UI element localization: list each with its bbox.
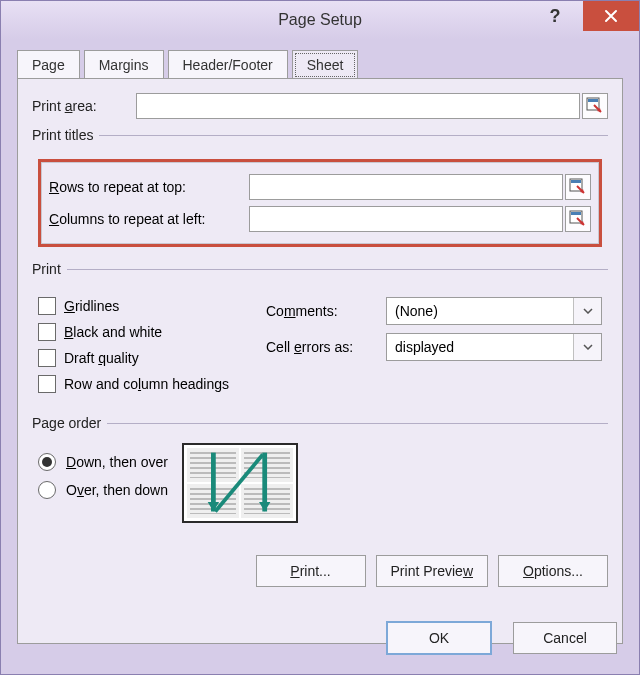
over-then-down-radio[interactable] xyxy=(38,481,56,499)
titlebar: Page Setup ? xyxy=(1,1,639,39)
tab-margins[interactable]: Margins xyxy=(84,50,164,80)
cellerrors-select[interactable]: displayed xyxy=(386,333,602,361)
rows-repeat-input[interactable] xyxy=(249,174,563,200)
tab-page[interactable]: Page xyxy=(17,50,80,80)
bw-checkbox[interactable] xyxy=(38,323,56,341)
down-then-over-radio[interactable] xyxy=(38,453,56,471)
print-area-input[interactable] xyxy=(136,93,580,119)
commit-buttons: OK Cancel xyxy=(387,622,617,654)
action-buttons: Print... Print Preview Options... xyxy=(256,555,608,587)
titlebar-buttons: ? xyxy=(527,1,639,31)
rowcol-headings-checkbox[interactable] xyxy=(38,375,56,393)
comments-select[interactable]: (None) xyxy=(386,297,602,325)
dialog-body: Page Margins Header/Footer Sheet Print a… xyxy=(7,39,633,668)
ok-button[interactable]: OK xyxy=(387,622,491,654)
options-button[interactable]: Options... xyxy=(498,555,608,587)
print-area-collapse-button[interactable] xyxy=(582,93,608,119)
over-then-down-label: Over, then down xyxy=(66,482,168,498)
page-order-preview xyxy=(182,443,298,523)
chevron-down-icon xyxy=(573,334,601,360)
collapse-dialog-icon xyxy=(586,97,604,115)
gridlines-label: Gridlines xyxy=(64,298,119,314)
collapse-dialog-icon xyxy=(569,178,587,196)
rowcol-headings-label: Row and column headings xyxy=(64,376,229,392)
svg-rect-1 xyxy=(588,99,598,102)
close-button[interactable] xyxy=(583,1,639,31)
cellerrors-label: Cell errors as: xyxy=(266,339,386,355)
svg-rect-3 xyxy=(571,180,581,183)
comments-label: Comments: xyxy=(266,303,386,319)
rows-repeat-collapse-button[interactable] xyxy=(565,174,591,200)
window-title: Page Setup xyxy=(278,11,362,29)
bw-label: Black and white xyxy=(64,324,162,340)
cols-repeat-input[interactable] xyxy=(249,206,563,232)
help-button[interactable]: ? xyxy=(527,1,583,31)
tab-sheet[interactable]: Sheet xyxy=(292,50,359,80)
page-order-legend: Page order xyxy=(32,415,107,431)
cellerrors-value: displayed xyxy=(395,339,454,355)
draft-checkbox[interactable] xyxy=(38,349,56,367)
collapse-dialog-icon xyxy=(569,210,587,228)
down-then-over-label: Down, then over xyxy=(66,454,168,470)
page-setup-dialog: Page Setup ? Page Margins Header/Footer … xyxy=(0,0,640,675)
print-button[interactable]: Print... xyxy=(256,555,366,587)
cols-repeat-label: Columns to repeat at left: xyxy=(49,211,249,227)
cols-repeat-collapse-button[interactable] xyxy=(565,206,591,232)
print-area-label: Print area: xyxy=(32,98,136,114)
cancel-button[interactable]: Cancel xyxy=(513,622,617,654)
print-titles-highlight: Rows to repeat at top: Columns to repeat… xyxy=(38,159,602,247)
draft-label: Draft quality xyxy=(64,350,139,366)
print-titles-group: Print titles Rows to repeat at top: Colu… xyxy=(32,127,608,253)
comments-value: (None) xyxy=(395,303,438,319)
close-icon xyxy=(604,9,618,23)
print-legend: Print xyxy=(32,261,67,277)
tabstrip: Page Margins Header/Footer Sheet xyxy=(17,49,623,79)
print-preview-button[interactable]: Print Preview xyxy=(376,555,488,587)
gridlines-checkbox[interactable] xyxy=(38,297,56,315)
svg-rect-5 xyxy=(571,212,581,215)
rows-repeat-label: Rows to repeat at top: xyxy=(49,179,249,195)
print-group: Print Gridlines Black and white Draft qu… xyxy=(32,261,608,407)
chevron-down-icon xyxy=(573,298,601,324)
page-order-group: Page order Down, then over Over, then do… xyxy=(32,415,608,529)
print-area-row: Print area: xyxy=(32,93,608,119)
tab-content-sheet: Print area: Print titles Rows to repeat … xyxy=(17,78,623,644)
print-titles-legend: Print titles xyxy=(32,127,99,143)
tab-header-footer[interactable]: Header/Footer xyxy=(168,50,288,80)
